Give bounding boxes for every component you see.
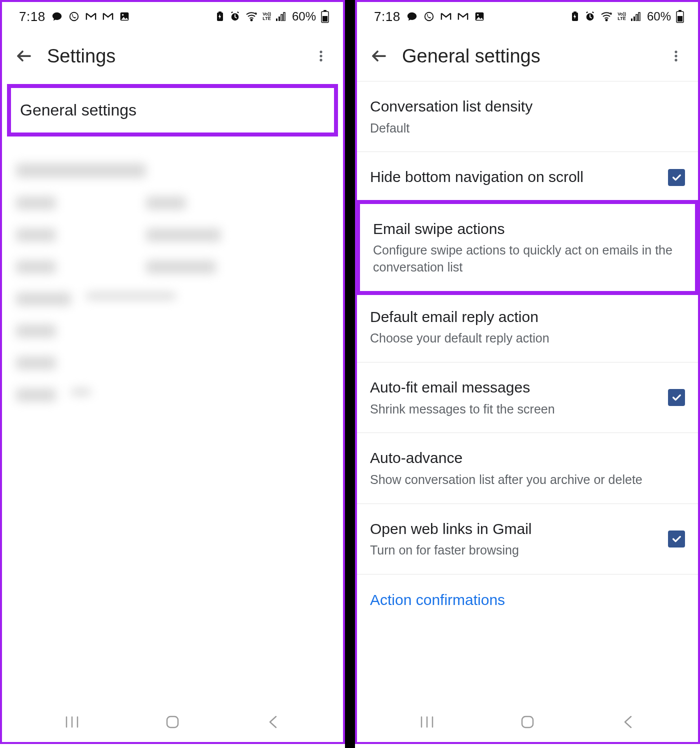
svg-rect-20 (167, 716, 178, 728)
divider-gap (345, 0, 355, 748)
battery-saver-icon (216, 12, 224, 22)
chat-bubble-icon (52, 11, 62, 22)
wifi-icon (246, 12, 258, 22)
battery-percent: 60% (292, 10, 316, 24)
row-sub: Default (370, 120, 685, 137)
svg-rect-28 (631, 18, 632, 21)
system-nav-bar (357, 702, 698, 742)
page-title: Settings (47, 46, 309, 67)
svg-point-23 (477, 14, 478, 16)
whatsapp-icon (424, 11, 434, 22)
section-header: Action confirmations (370, 592, 505, 608)
content[interactable]: Conversation list density Default Hide b… (357, 82, 698, 702)
svg-point-35 (674, 50, 677, 53)
status-right: Vo)) LTE 60% (216, 10, 329, 24)
row-sub: Shrink messages to fit the screen (370, 401, 653, 418)
svg-rect-9 (281, 14, 282, 21)
svg-rect-30 (636, 14, 638, 21)
svg-point-37 (674, 59, 677, 62)
svg-rect-25 (574, 12, 576, 13)
home-button[interactable] (158, 712, 188, 732)
checkbox-checked[interactable] (668, 530, 685, 548)
svg-rect-4 (218, 12, 222, 13)
back-button[interactable] (12, 44, 36, 68)
home-button[interactable] (512, 712, 542, 732)
alarm-clock-icon (584, 11, 596, 22)
more-button[interactable] (309, 44, 333, 68)
alarm-clock-icon (230, 11, 240, 22)
back-nav-button[interactable] (613, 712, 643, 732)
signal-icon (276, 12, 287, 21)
svg-point-2 (122, 14, 124, 16)
recents-button[interactable] (57, 712, 87, 732)
row-conversation-density[interactable]: Conversation list density Default (357, 82, 698, 152)
row-hide-bottom-nav[interactable]: Hide bottom navigation on scroll (357, 152, 698, 203)
signal-icon (631, 12, 642, 21)
system-nav-bar (2, 702, 343, 742)
row-title: Conversation list density (370, 96, 685, 117)
battery-percent: 60% (647, 10, 671, 24)
svg-rect-41 (522, 716, 533, 728)
phone-left: 7:18 Vo)) LTE 60% Settings (0, 0, 345, 744)
battery-saver-icon (570, 12, 580, 22)
general-settings-item[interactable]: General settings (7, 84, 338, 136)
row-email-swipe-actions[interactable]: Email swipe actions Configure swipe acti… (357, 200, 698, 295)
svg-rect-13 (322, 16, 328, 22)
back-nav-button[interactable] (258, 712, 288, 732)
svg-rect-8 (278, 16, 280, 21)
row-open-web-links[interactable]: Open web links in Gmail Turn on for fast… (357, 504, 698, 574)
svg-point-6 (251, 20, 252, 21)
row-title: Auto-fit email messages (370, 378, 653, 398)
row-title: Email swipe actions (373, 219, 682, 240)
row-title: Hide bottom navigation on scroll (370, 167, 653, 188)
status-left: 7:18 (374, 9, 484, 24)
svg-rect-7 (276, 18, 278, 21)
app-bar: General settings (357, 31, 698, 81)
status-bar: 7:18 Vo)) LTE 60% (2, 2, 343, 31)
status-right: Vo)) LTE 60% (570, 10, 684, 24)
svg-point-0 (70, 12, 78, 21)
row-auto-fit[interactable]: Auto-fit email messages Shrink messages … (357, 362, 698, 433)
svg-point-15 (320, 54, 322, 57)
svg-point-36 (674, 54, 677, 57)
status-bar: 7:18 Vo)) LTE 60% (357, 2, 698, 31)
picture-icon (120, 12, 130, 22)
dual-phone-container: 7:18 Vo)) LTE 60% Settings (0, 0, 700, 748)
status-left: 7:18 (19, 9, 130, 24)
back-button[interactable] (367, 44, 391, 68)
row-title: Default email reply action (370, 307, 685, 328)
svg-point-16 (320, 59, 322, 62)
phone-right: 7:18 Vo)) LTE 60% General setting (355, 0, 700, 744)
checkbox-checked[interactable] (668, 169, 685, 186)
svg-point-21 (424, 12, 433, 21)
svg-rect-33 (678, 10, 682, 12)
row-sub: Turn on for faster browsing (370, 542, 653, 559)
volte-icon: Vo)) LTE (262, 12, 271, 21)
row-sub: Show conversation list after you archive… (370, 472, 685, 488)
battery-icon (321, 10, 329, 23)
gmail-m-icon (86, 12, 96, 21)
row-sub: Configure swipe actions to quickly act o… (373, 242, 682, 276)
blurred-accounts (2, 140, 343, 426)
status-time: 7:18 (19, 9, 46, 24)
row-sub: Choose your default reply action (370, 330, 685, 347)
more-button[interactable] (664, 44, 688, 68)
svg-rect-29 (634, 16, 635, 21)
volte-icon: Vo)) LTE (618, 12, 626, 21)
section-action-confirmations: Action confirmations (357, 574, 698, 612)
svg-rect-10 (284, 12, 285, 21)
battery-icon (676, 10, 684, 23)
gmail-m-icon (440, 12, 452, 21)
whatsapp-icon (68, 11, 80, 22)
recents-button[interactable] (412, 712, 442, 732)
wifi-icon (600, 12, 612, 22)
svg-point-27 (606, 20, 608, 21)
picture-icon (474, 12, 484, 22)
checkbox-checked[interactable] (668, 389, 685, 406)
row-title: Open web links in Gmail (370, 519, 653, 540)
content: General settings (2, 81, 343, 702)
gmail-m-icon-2 (102, 12, 114, 21)
row-auto-advance[interactable]: Auto-advance Show conversation list afte… (357, 433, 698, 504)
gmail-m-icon-2 (458, 12, 468, 21)
row-default-reply-action[interactable]: Default email reply action Choose your d… (357, 292, 698, 362)
